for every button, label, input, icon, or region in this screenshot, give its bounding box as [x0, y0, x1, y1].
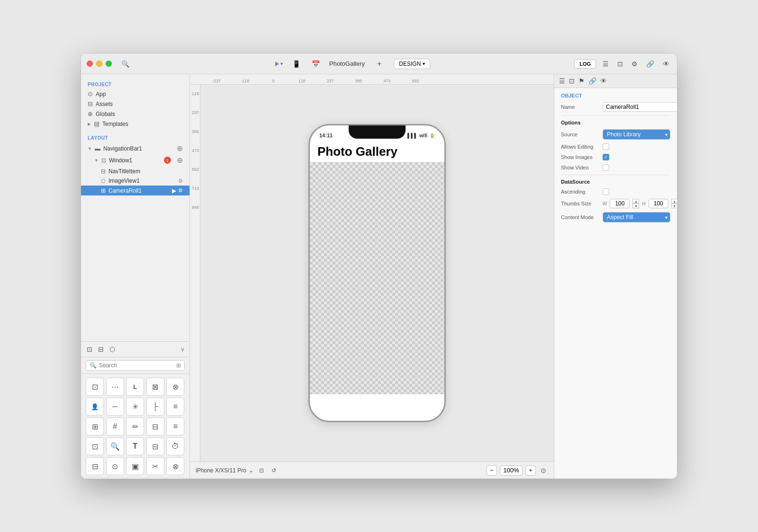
phone-time: 14:11	[319, 133, 333, 138]
widget-dashed-rect[interactable]: ⋯	[106, 378, 124, 396]
widget-box[interactable]: ⊡	[86, 437, 104, 455]
widget-grid[interactable]: ⊞	[86, 417, 104, 435]
widget-sparkle[interactable]: ✦	[126, 477, 144, 479]
calendar-icon[interactable]: 📅	[310, 59, 322, 69]
eye-icon[interactable]: 👁	[661, 59, 671, 69]
phone-mockup: 14:11 ▌▌▌ wifi 🔋 Photo Gallery	[308, 124, 446, 422]
sidebar-item-navigationbar1[interactable]: ▼ NavigationBar1 ⊕	[81, 142, 190, 154]
widget-clock[interactable]: ⏱	[166, 437, 184, 455]
maximize-button[interactable]	[106, 61, 112, 67]
widget-list[interactable]: ⊟	[146, 417, 164, 435]
ascending-checkbox[interactable]	[603, 188, 609, 195]
window-add-icon[interactable]: ⊕	[177, 156, 183, 165]
thumbs-height-down[interactable]: ▼	[671, 204, 677, 208]
design-button[interactable]: DESIGN ▾	[394, 59, 430, 69]
widget-user[interactable]: 👤	[86, 398, 104, 416]
widget-scissors[interactable]: ✂	[146, 457, 164, 475]
device-icon[interactable]: 📱	[290, 59, 302, 69]
minimize-button[interactable]	[96, 61, 102, 67]
rp-frame-icon[interactable]: ⊡	[569, 77, 575, 85]
device-selector[interactable]: iPhone X/XS/11 Pro ⌄	[196, 467, 253, 474]
sidebar-item-assets[interactable]: ⊟ Assets	[81, 99, 190, 109]
search-input[interactable]	[99, 362, 174, 369]
cameraroll-settings-icon[interactable]: ⚙	[178, 187, 183, 194]
zoom-out-button[interactable]: −	[487, 465, 497, 476]
widget-square[interactable]: ⊡	[86, 477, 104, 479]
add-button[interactable]: +	[372, 58, 386, 70]
log-button[interactable]: LOG	[574, 59, 596, 69]
frame-icon[interactable]: ⊡	[615, 59, 625, 69]
navbar-add-icon[interactable]: ⊕	[177, 144, 183, 153]
sidebar-item-imageview1[interactable]: ⬡ ImageView1 ⚙	[81, 176, 190, 186]
search-box: 🔍 ⊞	[86, 360, 185, 371]
grid-view-icon[interactable]: ⊞	[176, 362, 181, 369]
sidebar-item-app[interactable]: ⊙ App	[81, 89, 190, 99]
widget-lines[interactable]: ≡	[166, 417, 184, 435]
content-mode-select-wrap: Aspect Fill Aspect Fit Scale Fill ▾	[603, 212, 670, 222]
widget-label[interactable]: L	[126, 378, 144, 396]
thumbs-width-up[interactable]: ▲	[632, 199, 639, 204]
rotate-icon[interactable]: ↺	[270, 466, 278, 475]
source-select[interactable]: Photo Library Camera Roll iCloud	[603, 129, 670, 140]
widget-hash[interactable]: #	[106, 417, 124, 435]
sidebar-item-window1[interactable]: ▼ Window1 1 ⊕	[81, 154, 190, 166]
close-button[interactable]	[87, 61, 93, 67]
rp-link-icon[interactable]: 🔗	[588, 77, 596, 85]
widget-dot[interactable]: ⊙	[106, 477, 124, 479]
panel-collapse-icon[interactable]: ∨	[180, 346, 185, 353]
tab-cube-icon[interactable]: ⬡	[108, 345, 116, 354]
rp-shield-icon[interactable]: ⚑	[578, 77, 585, 85]
widget-link[interactable]: ⊠	[146, 378, 164, 396]
widget-pencil[interactable]: ✏	[126, 417, 144, 435]
settings-icon[interactable]: ⚙	[630, 59, 640, 69]
cameraroll-play-icon[interactable]: ▶	[172, 187, 176, 194]
play-button[interactable]: ▾	[275, 61, 283, 66]
zoom-reset-button[interactable]: 100%	[500, 465, 523, 476]
widget-card[interactable]: ⊟	[86, 457, 104, 475]
project-section-label: PROJECT	[81, 79, 190, 89]
widget-text[interactable]: T	[126, 437, 144, 455]
name-input[interactable]	[603, 102, 677, 112]
canvas-area: -237 -118 0 118 237 385 473 592 118 237 …	[190, 74, 554, 479]
fit-to-screen-icon[interactable]: ⊙	[539, 466, 548, 475]
rp-list-icon[interactable]: ☰	[559, 77, 565, 85]
allows-editing-checkbox[interactable]	[603, 143, 609, 150]
fit-icon[interactable]: ⊡	[257, 466, 266, 475]
widget-button[interactable]: ⊡	[86, 378, 104, 396]
widget-close[interactable]: ⊗	[166, 378, 184, 396]
widget-image[interactable]: ▣	[126, 457, 144, 475]
sidebar-item-globals[interactable]: ⊕ Globals	[81, 109, 190, 119]
widget-equals[interactable]: ≡	[166, 398, 184, 416]
thumbs-height-up[interactable]: ▲	[671, 199, 677, 204]
search-icon[interactable]: 🔍	[119, 59, 131, 69]
tab-grid-icon[interactable]: ⊡	[86, 345, 93, 354]
show-images-checkbox[interactable]: ✓	[603, 154, 609, 160]
widget-table[interactable]: ⊟	[146, 437, 164, 455]
widget-search[interactable]: 🔍	[106, 437, 124, 455]
zoom-in-button[interactable]: +	[525, 465, 536, 476]
widget-separator[interactable]: ─	[106, 398, 124, 416]
widget-palette[interactable]: 🎨	[166, 477, 184, 479]
widget-cross[interactable]: ⊗	[166, 457, 184, 475]
thumbs-width-down[interactable]: ▼	[632, 204, 639, 208]
link-icon[interactable]: 🔗	[644, 59, 656, 69]
content-mode-select[interactable]: Aspect Fill Aspect Fit Scale Fill	[603, 212, 670, 222]
tab-lines-icon[interactable]: ⊟	[97, 345, 105, 354]
thumbs-height-input[interactable]	[649, 199, 668, 208]
canvas-content[interactable]: 14:11 ▌▌▌ wifi 🔋 Photo Gallery	[200, 85, 554, 461]
sidebar-item-navtitleitem[interactable]: NavTitleItem	[81, 166, 190, 176]
layout-section-label: LAYOUT	[81, 133, 190, 142]
sidebar-item-templates[interactable]: ▶ ▤ Templates	[81, 119, 190, 129]
widget-star[interactable]: ✳	[126, 398, 144, 416]
rp-eye-icon[interactable]: 👁	[600, 77, 607, 85]
thumbs-width-input[interactable]	[610, 199, 630, 208]
title-bar-center: ▾ 📱 📅 PhotoGallery + DESIGN ▾	[131, 58, 574, 70]
list-icon[interactable]: ☰	[601, 59, 611, 69]
widget-branch[interactable]: ├	[146, 398, 164, 416]
imageview-settings-icon[interactable]: ⚙	[178, 178, 183, 184]
wifi-icon: wifi	[419, 133, 427, 138]
show-video-checkbox[interactable]	[603, 164, 609, 171]
widget-circle[interactable]: ⊙	[106, 457, 124, 475]
sidebar-item-cameraroll1[interactable]: CameraRoll1 ▶ ⚙	[81, 186, 190, 195]
widget-nested[interactable]: ⊞	[146, 477, 164, 479]
